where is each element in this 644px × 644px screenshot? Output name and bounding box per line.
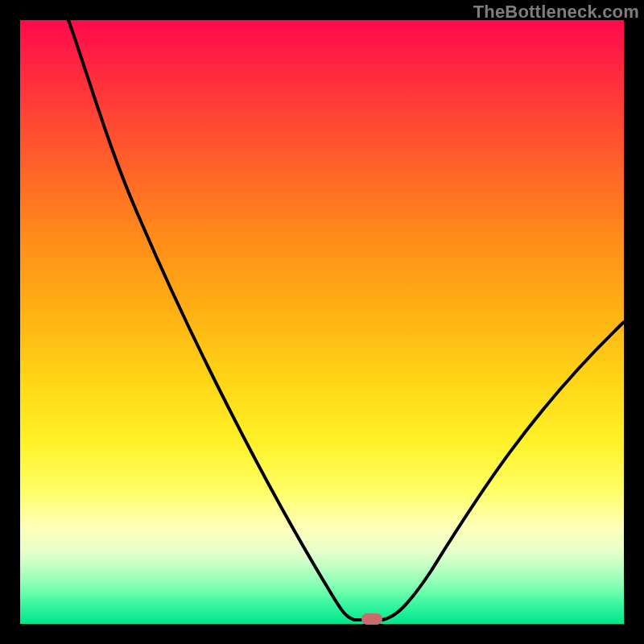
plot-area [20,20,624,624]
chart-frame: TheBottleneck.com [0,0,644,644]
optimal-marker [361,613,382,625]
curve-path [68,20,624,620]
bottleneck-curve [20,20,624,624]
